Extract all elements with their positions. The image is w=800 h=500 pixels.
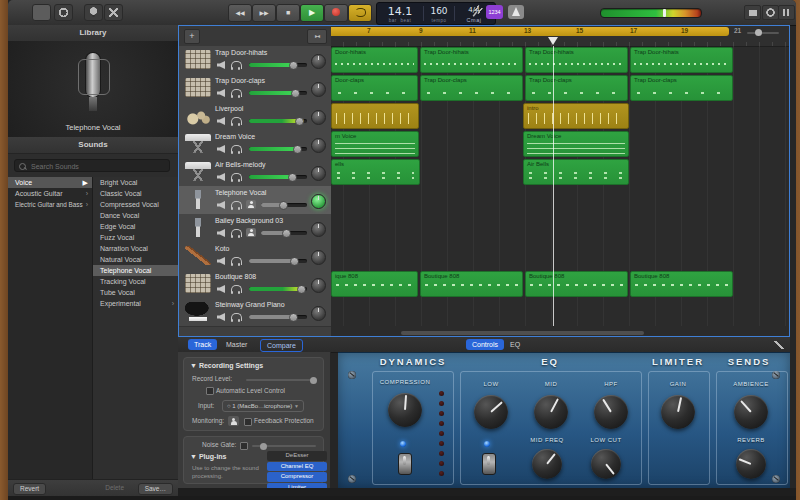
search-input[interactable]: Search Sounds: [14, 159, 170, 172]
timeline-ruler[interactable]: 7 9 11 13 15 17 19 21: [331, 26, 789, 47]
horizontal-scrollbar[interactable]: [401, 331, 644, 335]
region-boutique-808[interactable]: ique 808: [331, 271, 418, 297]
volume-slider[interactable]: [249, 287, 307, 291]
volume-slider[interactable]: [249, 315, 307, 319]
track-row-telephone-vocal-selected[interactable]: Telephone Vocal: [179, 186, 331, 215]
save-button[interactable]: Save…: [138, 483, 173, 495]
volume-slider[interactable]: [261, 203, 307, 207]
pan-knob[interactable]: [311, 138, 326, 153]
tab-eq[interactable]: EQ: [504, 339, 526, 350]
revert-button[interactable]: Revert: [13, 483, 46, 495]
patch-item-selected[interactable]: Telephone Vocal: [93, 265, 178, 276]
patch-item[interactable]: Classic Vocal: [93, 188, 178, 199]
patch-item[interactable]: Tracking Vocal: [93, 276, 178, 287]
patch-item[interactable]: Dance Vocal: [93, 210, 178, 221]
pan-knob[interactable]: [311, 306, 326, 321]
region-liverpool[interactable]: [331, 103, 419, 129]
track-row-air-bells-melody[interactable]: Air Bells-melody: [179, 158, 331, 187]
solo-button[interactable]: [231, 61, 242, 69]
mid-freq-knob[interactable]: [532, 449, 562, 479]
auto-level-checkbox[interactable]: [206, 387, 214, 395]
eq-toggle-switch[interactable]: [482, 453, 496, 475]
pan-knob[interactable]: [311, 54, 326, 69]
record-button[interactable]: [324, 4, 348, 22]
region-trap-door-hihats[interactable]: Trap Door-hihats: [630, 47, 733, 73]
region-boutique-808[interactable]: Boutique 808: [420, 271, 523, 297]
tab-controls[interactable]: Controls: [466, 339, 504, 350]
solo-button[interactable]: [231, 229, 242, 237]
region-liverpool-intro[interactable]: intro: [523, 103, 629, 129]
plugin-deesser[interactable]: DeEsser: [267, 451, 327, 461]
track-row-trap-door-claps[interactable]: Trap Door-claps: [179, 74, 331, 103]
patch-item[interactable]: Narration Vocal: [93, 243, 178, 254]
track-row-liverpool[interactable]: Liverpool: [179, 102, 331, 131]
solo-button[interactable]: [231, 173, 242, 181]
smart-controls-toggle-button[interactable]: [84, 4, 103, 21]
mute-button[interactable]: [217, 173, 225, 181]
compare-button[interactable]: Compare: [260, 339, 303, 352]
volume-slider[interactable]: [249, 91, 307, 95]
solo-button[interactable]: [231, 285, 242, 293]
recording-settings-title[interactable]: ▼ Recording Settings: [190, 362, 263, 369]
pan-knob[interactable]: [311, 222, 326, 237]
plugins-title[interactable]: ▼ Plug-ins: [190, 453, 227, 460]
region-trap-door-hihats[interactable]: Door-hihats: [331, 47, 418, 73]
editors-toggle-button[interactable]: [104, 4, 123, 21]
pencil-icon[interactable]: [774, 341, 784, 349]
region-air-bells[interactable]: ells: [331, 159, 420, 185]
category-acoustic-guitar[interactable]: Acoustic Guitar ›: [8, 188, 92, 199]
gain-knob[interactable]: [661, 395, 695, 429]
pan-knob[interactable]: [311, 278, 326, 293]
mute-button[interactable]: [217, 201, 225, 209]
rewind-button[interactable]: ◀◀: [228, 4, 252, 22]
volume-slider[interactable]: [249, 63, 307, 67]
display-mode-button[interactable]: [744, 5, 761, 20]
mid-knob[interactable]: [534, 395, 568, 429]
track-row-dream-voice[interactable]: Dream Voice: [179, 130, 331, 159]
pan-knob[interactable]: [311, 166, 326, 181]
record-level-slider[interactable]: [246, 379, 316, 381]
patch-item[interactable]: Compressed Vocal: [93, 199, 178, 210]
region-dream-voice[interactable]: Dream Voice: [523, 131, 629, 157]
arrange-area[interactable]: 7 9 11 13 15 17 19 21 Door-hihats Trap D…: [331, 26, 789, 336]
library-toggle-button[interactable]: [32, 4, 51, 21]
low-cut-knob[interactable]: [591, 449, 621, 479]
region-trap-door-claps[interactable]: Door-claps: [331, 75, 418, 101]
add-track-button[interactable]: +: [184, 29, 200, 44]
region-boutique-808[interactable]: Boutique 808: [630, 271, 733, 297]
category-voice[interactable]: Voice ▶: [8, 177, 92, 188]
plugin-compressor[interactable]: Compressor: [267, 472, 327, 482]
input-select[interactable]: ○ 1 (MacBo…icrophone) ▼: [222, 400, 304, 412]
tab-track[interactable]: Track: [188, 339, 217, 350]
mute-button[interactable]: [217, 117, 225, 125]
region-trap-door-claps[interactable]: Trap Door-claps: [525, 75, 628, 101]
tab-master[interactable]: Master: [220, 339, 253, 350]
noise-gate-checkbox[interactable]: [240, 442, 248, 450]
region-boutique-808[interactable]: Boutique 808: [525, 271, 628, 297]
solo-button[interactable]: [231, 313, 242, 321]
metronome-button[interactable]: [508, 5, 524, 19]
noise-gate-slider[interactable]: [252, 445, 316, 447]
dynamics-toggle-switch[interactable]: [398, 453, 412, 475]
forward-button[interactable]: ▶▶: [252, 4, 276, 22]
catch-playhead-button[interactable]: ▸◂: [307, 29, 327, 44]
patch-item[interactable]: Tube Vocal: [93, 287, 178, 298]
patch-item[interactable]: Fuzz Vocal: [93, 232, 178, 243]
pan-knob[interactable]: [311, 82, 326, 97]
solo-button[interactable]: [231, 117, 242, 125]
mute-button[interactable]: [217, 61, 225, 69]
low-knob[interactable]: [474, 395, 508, 429]
track-row-trap-door-hihats[interactable]: Trap Door-hihats: [179, 46, 331, 75]
volume-slider[interactable]: [249, 147, 307, 151]
solo-button[interactable]: [231, 89, 242, 97]
patch-item[interactable]: Experimental›: [93, 298, 178, 309]
pan-knob[interactable]: [311, 250, 326, 265]
media-browser-button[interactable]: [778, 5, 795, 20]
mute-button[interactable]: [217, 257, 225, 265]
monitoring-button[interactable]: [228, 416, 239, 426]
patch-item[interactable]: Natural Vocal: [93, 254, 178, 265]
volume-slider[interactable]: [249, 175, 307, 179]
plugin-channel-eq[interactable]: Channel EQ: [267, 462, 327, 472]
pan-knob[interactable]: [311, 110, 326, 125]
mute-button[interactable]: [217, 313, 225, 321]
